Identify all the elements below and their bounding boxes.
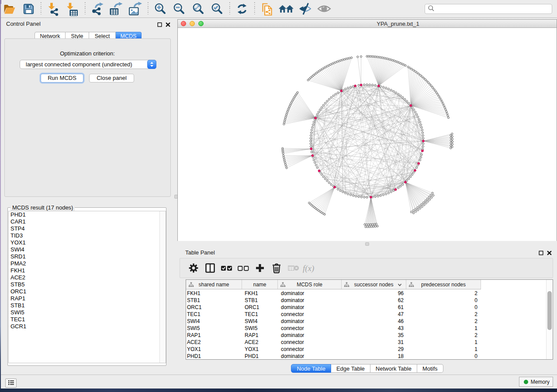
export-network-button[interactable] xyxy=(88,0,107,17)
plus-button[interactable] xyxy=(252,260,268,276)
zoom-selected-button[interactable] xyxy=(208,0,227,17)
mcds-result-item[interactable]: STP4 xyxy=(9,225,166,232)
hide-selected-icon xyxy=(298,2,311,15)
unchecked-boxes-button[interactable] xyxy=(235,260,252,276)
mcds-result-item[interactable]: STB1 xyxy=(9,302,166,309)
zoom-out-button[interactable] xyxy=(170,0,189,17)
cell: 2 xyxy=(443,311,477,318)
hide-selected-button[interactable] xyxy=(296,0,315,17)
cell: ORC1 xyxy=(245,304,259,311)
search-input[interactable] xyxy=(425,4,552,14)
mcds-result-item[interactable]: PMA2 xyxy=(9,260,166,267)
column-header-name[interactable]: name xyxy=(242,280,278,289)
houses-button[interactable] xyxy=(277,0,296,17)
table-row[interactable]: YOX1YOX1connector291 xyxy=(186,346,481,353)
toolbar-buttons xyxy=(0,0,334,17)
mcds-list-scrollbar[interactable] xyxy=(159,211,166,363)
status-menu-button[interactable] xyxy=(5,378,17,388)
mcds-result-item[interactable]: ACE2 xyxy=(9,274,166,281)
sort-chevron-icon xyxy=(398,283,402,286)
table-row[interactable]: TEC1TEC1connector472 xyxy=(186,311,481,318)
gear-button[interactable] xyxy=(185,260,202,276)
svg-text:f(x): f(x) xyxy=(303,264,314,273)
network-graph[interactable] xyxy=(178,28,557,241)
column-header-shared-name[interactable]: shared name xyxy=(186,280,242,289)
save-button[interactable] xyxy=(19,0,38,17)
close-panel-icon[interactable] xyxy=(547,249,552,257)
cell: 1 xyxy=(443,325,477,332)
mcds-result-list[interactable]: PHD1CAR1STP4TID3YOX1SWI4SRD1PMA2FKH1ACE2… xyxy=(8,211,166,363)
clone-network-button[interactable] xyxy=(258,0,277,17)
org-chart-icon xyxy=(280,282,286,287)
tab-motifs[interactable]: Motifs xyxy=(417,364,443,373)
mcds-result-item[interactable]: STB5 xyxy=(9,281,166,288)
open-folder-button[interactable] xyxy=(0,0,19,17)
import-network-icon xyxy=(48,2,59,16)
cell: connector xyxy=(281,311,304,318)
cell: 18 xyxy=(369,353,404,360)
network-window-titlebar[interactable]: YPA_prune.txt_1 xyxy=(178,20,557,28)
table-row[interactable]: FKH1FKH1dominator962 xyxy=(186,290,481,297)
table-scrollbar[interactable] xyxy=(546,280,553,359)
export-image-button[interactable] xyxy=(126,0,145,17)
zoom-in-button[interactable] xyxy=(151,0,170,17)
table-scrollbar-thumb[interactable] xyxy=(547,291,552,330)
mcds-result-item[interactable]: TID3 xyxy=(9,232,166,239)
mcds-result-item[interactable]: TEC1 xyxy=(9,316,166,323)
table-row[interactable]: ACE2ACE2connector311 xyxy=(186,339,481,346)
column-header-MCDS-role[interactable]: MCDS role xyxy=(278,280,342,289)
memory-button[interactable]: Memory xyxy=(519,377,553,387)
mcds-result-item[interactable]: YOX1 xyxy=(9,239,166,246)
close-panel-button[interactable]: Close panel xyxy=(89,74,134,83)
cell: TEC1 xyxy=(245,311,258,318)
checked-boxes-button[interactable] xyxy=(218,260,235,276)
network-canvas[interactable] xyxy=(178,28,557,241)
import-network-button[interactable] xyxy=(44,0,63,17)
tab-network-table[interactable]: Network Table xyxy=(370,364,417,373)
mcds-result-item[interactable]: SRD1 xyxy=(9,253,166,260)
mcds-result-item[interactable]: SWI5 xyxy=(9,309,166,316)
cell: 35 xyxy=(369,332,404,339)
cell: ACE2 xyxy=(245,339,258,346)
cell: ACE2 xyxy=(187,339,201,346)
column-header-successor-nodes[interactable]: successor nodes xyxy=(342,280,406,289)
zoom-fit-button[interactable] xyxy=(189,0,208,17)
criterion-select-value: largest connected component (undirected) xyxy=(26,61,132,68)
float-window-icon[interactable] xyxy=(157,21,162,29)
mcds-result-item[interactable]: GCR1 xyxy=(9,323,166,330)
column-header-predecessor-nodes[interactable]: predecessor nodes xyxy=(406,280,481,289)
horizontal-splitter-grip[interactable] xyxy=(365,242,369,246)
run-mcds-button[interactable]: Run MCDS xyxy=(41,74,83,83)
cell: dominator xyxy=(281,332,304,339)
table-panel-title: Table Panel xyxy=(185,249,215,256)
mcds-result-item[interactable]: CAR1 xyxy=(9,218,166,225)
criterion-select[interactable]: largest connected component (undirected) xyxy=(20,60,156,69)
open-folder-icon xyxy=(3,3,15,15)
node-table[interactable]: shared namenameMCDS rolesuccessor nodesp… xyxy=(186,279,553,360)
import-table-button[interactable] xyxy=(63,0,82,17)
table-row[interactable]: SWI4SWI4dominator462 xyxy=(186,318,481,325)
mcds-result-item[interactable]: RAP1 xyxy=(9,295,166,302)
mcds-result-item[interactable]: ORC1 xyxy=(9,288,166,295)
trash-button[interactable] xyxy=(268,260,285,276)
table-row[interactable]: SWI5SWI5connector431 xyxy=(186,325,481,332)
show-all-button[interactable] xyxy=(315,0,334,17)
memory-button-label: Memory xyxy=(531,379,550,385)
mcds-result-item[interactable]: PHD1 xyxy=(9,211,166,218)
table-row[interactable]: STB1STB1dominator620 xyxy=(186,297,481,304)
tab-node-table[interactable]: Node Table xyxy=(291,364,331,373)
close-panel-icon[interactable] xyxy=(166,21,170,29)
table-row[interactable]: ORC1ORC1dominator610 xyxy=(186,304,481,311)
mcds-result-item[interactable]: SWI4 xyxy=(9,246,166,253)
refresh-button[interactable] xyxy=(233,0,252,17)
columns-button[interactable] xyxy=(202,260,218,276)
table-row[interactable]: RAP1RAP1dominator352 xyxy=(186,332,481,339)
column-label: predecessor nodes xyxy=(421,282,466,288)
float-window-icon[interactable] xyxy=(539,249,543,257)
tab-edge-table[interactable]: Edge Table xyxy=(331,364,370,373)
table-row[interactable]: PHD1PHD1dominator180 xyxy=(186,353,481,360)
table-tabs: Node TableEdge TableNetwork TableMotifs xyxy=(177,364,557,373)
export-table-button[interactable] xyxy=(107,0,126,17)
mcds-result-item[interactable]: FKH1 xyxy=(9,267,166,274)
cell: STB1 xyxy=(187,297,200,304)
